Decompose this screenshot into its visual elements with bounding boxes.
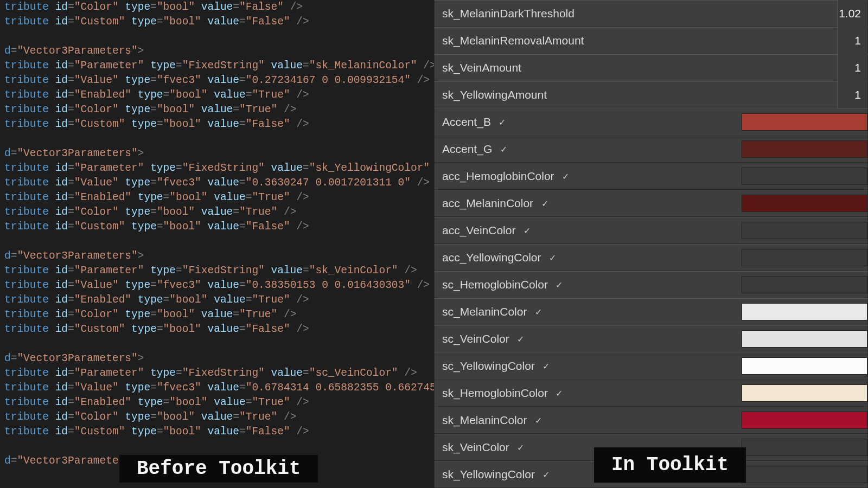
property-label: sk_VeinColor [442,441,509,454]
color-swatch[interactable] [742,113,867,131]
code-line[interactable]: tribute id="Color" type="bool" value="Tr… [4,205,434,220]
property-label: sk_MelaninColor [442,414,527,427]
color-property-row[interactable]: sc_YellowingColor✓ [434,352,868,380]
color-property-row[interactable]: Accent_G✓ [434,136,868,163]
code-line[interactable]: tribute id="Color" type="bool" value="Tr… [4,410,434,425]
code-line[interactable] [4,132,434,146]
color-swatch[interactable] [742,439,867,456]
code-line[interactable]: tribute id="Value" type="fvec3" value="0… [4,381,434,395]
numeric-property-row[interactable]: sk_YellowingAmount1 [434,81,868,108]
numeric-property-row[interactable]: sk_VeinAmount1 [434,54,868,81]
enabled-checkbox[interactable]: ✓ [516,334,526,344]
color-property-row[interactable]: sk_MelaninColor✓ [434,407,868,434]
code-line[interactable] [4,439,434,454]
property-label: sk_YellowingColor [442,468,535,481]
code-line[interactable]: tribute id="Parameter" type="FixedString… [4,59,434,73]
enabled-checkbox[interactable]: ✓ [541,470,551,479]
code-line[interactable]: tribute id="Custom" type="bool" value="F… [4,425,434,439]
color-swatch[interactable] [742,222,867,239]
enabled-checkbox[interactable]: ✓ [499,144,508,154]
property-label: acc_YellowingColor [442,251,541,264]
color-swatch[interactable] [742,384,867,402]
numeric-property-row[interactable]: sk_MelaninRemovalAmount1 [434,27,868,54]
property-label: sk_HemoglobinColor [442,387,548,400]
caption-after: In Toolkit [594,447,746,483]
xml-code-editor[interactable]: tribute id="Color" type="bool" value="Fa… [0,0,434,488]
property-label: sc_MelaninColor [442,305,527,318]
code-line[interactable]: tribute id="Custom" type="bool" value="F… [4,220,434,234]
property-label: sk_MelaninRemovalAmount [442,34,584,47]
enabled-checkbox[interactable]: ✓ [533,415,543,425]
color-property-row[interactable]: Accent_B✓ [434,108,868,136]
enabled-checkbox[interactable]: ✓ [533,307,543,317]
color-property-row[interactable]: sk_HemoglobinColor✓ [434,380,868,407]
enabled-checkbox[interactable]: ✓ [541,361,551,371]
code-line[interactable]: d="Vector3Parameters"> [4,44,434,59]
color-swatch[interactable] [742,303,867,320]
code-line[interactable]: tribute id="Enabled" type="bool" value="… [4,190,434,205]
color-property-row[interactable]: acc_VeinColor✓ [434,217,868,244]
code-line[interactable]: tribute id="Value" type="fvec3" value="0… [4,278,434,293]
enabled-checkbox[interactable]: ✓ [516,442,526,452]
code-line[interactable]: tribute id="Custom" type="bool" value="F… [4,322,434,337]
numeric-input[interactable]: 1.02 [837,0,867,27]
code-line[interactable]: tribute id="Parameter" type="FixedString… [4,161,434,176]
code-line[interactable]: d="Vector3Parameters"> [4,351,434,366]
property-label: Accent_G [442,143,492,156]
color-swatch[interactable] [742,357,867,375]
code-line[interactable]: tribute id="Color" type="bool" value="Tr… [4,102,434,117]
color-swatch[interactable] [742,276,867,293]
color-swatch[interactable] [742,412,867,429]
color-property-row[interactable]: sc_VeinColor✓ [434,325,868,352]
property-label: sc_VeinColor [442,332,509,345]
code-line[interactable]: tribute id="Custom" type="bool" value="F… [4,117,434,132]
code-line[interactable]: tribute id="Color" type="bool" value="Fa… [4,0,434,15]
enabled-checkbox[interactable]: ✓ [554,280,564,290]
enabled-checkbox[interactable]: ✓ [540,198,550,208]
property-label: acc_VeinColor [442,224,515,237]
property-label: sk_VeinAmount [442,61,521,74]
caption-before: Before Toolkit [119,455,318,483]
code-line[interactable]: tribute id="Value" type="fvec3" value="0… [4,176,434,190]
code-line[interactable]: tribute id="Parameter" type="FixedString… [4,264,434,278]
code-line[interactable]: d="Vector3Parameters"> [4,249,434,264]
code-line[interactable]: tribute id="Color" type="bool" value="Tr… [4,307,434,322]
numeric-input[interactable]: 1 [837,27,867,54]
property-label: sc_YellowingColor [442,359,535,373]
property-label: acc_HemoglobinColor [442,170,554,183]
color-swatch[interactable] [742,168,867,185]
property-label: sk_MelaninDarkThreshold [442,7,575,20]
toolkit-property-panel: sk_MelaninDarkThreshold1.02sk_MelaninRem… [434,0,868,488]
color-property-row[interactable]: acc_HemoglobinColor✓ [434,163,868,190]
code-line[interactable]: tribute id="Value" type="fvec3" value="0… [4,73,434,88]
enabled-checkbox[interactable]: ✓ [522,226,532,235]
enabled-checkbox[interactable]: ✓ [554,388,564,398]
color-swatch[interactable] [742,140,867,158]
color-property-row[interactable]: sc_MelaninColor✓ [434,298,868,325]
color-property-row[interactable]: acc_YellowingColor✓ [434,244,868,271]
code-line[interactable] [4,234,434,249]
enabled-checkbox[interactable]: ✓ [548,253,558,262]
code-line[interactable] [4,337,434,351]
color-swatch[interactable] [742,249,867,266]
color-swatch[interactable] [742,330,867,348]
numeric-property-row[interactable]: sk_MelaninDarkThreshold1.02 [434,0,868,27]
color-swatch[interactable] [742,466,867,483]
property-label: sk_YellowingAmount [442,88,547,101]
property-label: sc_HemoglobinColor [442,278,548,291]
code-line[interactable]: tribute id="Enabled" type="bool" value="… [4,88,434,102]
enabled-checkbox[interactable]: ✓ [561,171,571,181]
numeric-input[interactable]: 1 [837,81,867,108]
color-property-row[interactable]: sc_HemoglobinColor✓ [434,271,868,298]
property-label: acc_MelaninColor [442,197,533,210]
color-property-row[interactable]: acc_MelaninColor✓ [434,190,868,217]
color-swatch[interactable] [742,195,867,212]
code-line[interactable]: tribute id="Custom" type="bool" value="F… [4,15,434,29]
code-line[interactable]: tribute id="Enabled" type="bool" value="… [4,293,434,307]
code-line[interactable]: tribute id="Parameter" type="FixedString… [4,366,434,381]
numeric-input[interactable]: 1 [837,54,867,81]
enabled-checkbox[interactable]: ✓ [497,117,507,127]
code-line[interactable]: tribute id="Enabled" type="bool" value="… [4,395,434,410]
code-line[interactable] [4,29,434,44]
code-line[interactable]: d="Vector3Parameters"> [4,146,434,161]
